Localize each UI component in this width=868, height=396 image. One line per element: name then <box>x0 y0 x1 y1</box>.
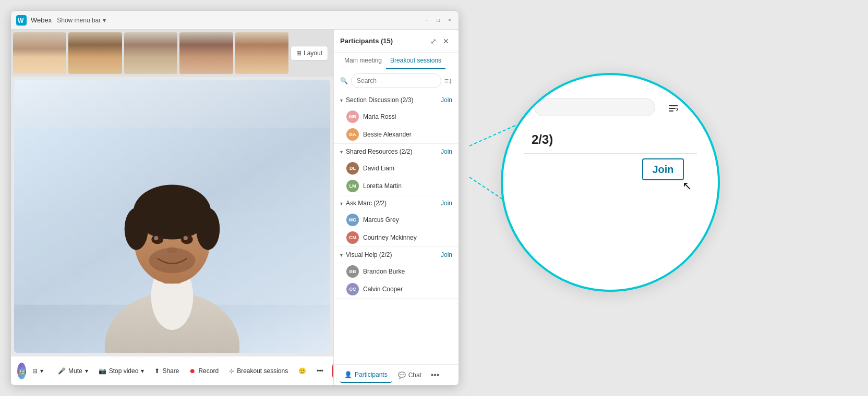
participants-panel: Participants (15) ⤢ ✕ Main meeting Break… <box>333 30 459 385</box>
participants-icon: 👤 <box>344 371 352 378</box>
zoom-separator <box>524 153 697 154</box>
thumbnail-1[interactable] <box>13 32 66 74</box>
panel-close-button[interactable]: ✕ <box>440 35 452 47</box>
breakout-sessions-button[interactable]: ⊹ Breakout sessions <box>225 362 292 380</box>
record-icon: ⏺ <box>189 367 196 375</box>
group-header-ask-marc[interactable]: ▾ Ask Marc (2/2) Join <box>334 195 459 211</box>
participant-name: Bessie Alexander <box>363 131 412 138</box>
video-layout-button[interactable]: ⊟ ▾ <box>28 362 47 380</box>
close-button[interactable]: × <box>446 17 453 24</box>
list-item: BA Bessie Alexander <box>334 126 459 143</box>
breakout-label: Breakout sessions <box>237 367 288 375</box>
panel-tabs: Main meeting Breakout sessions <box>334 53 459 69</box>
participants-bottom-label: Participants <box>355 371 388 378</box>
layout-label: Layout <box>304 49 322 57</box>
record-button[interactable]: ⏺ Record <box>185 362 223 380</box>
thumbnail-strip: ⊞ Layout <box>11 30 333 77</box>
avatar: DL <box>346 162 359 175</box>
thumbnail-4[interactable] <box>179 32 233 74</box>
more-icon: ••• <box>317 367 323 375</box>
chevron-icon: ▾ <box>340 201 343 206</box>
breakout-group-ask-marc: ▾ Ask Marc (2/2) Join MG Marcus Grey CM … <box>334 195 459 247</box>
avatar: BB <box>346 265 359 278</box>
breakout-group-visual-help: ▾ Visual Help (2/2) Join BB Brandon Burk… <box>334 247 459 299</box>
chevron-icon: ▾ <box>340 252 343 258</box>
search-input[interactable] <box>351 73 441 88</box>
chevron-icon: ▾ <box>340 97 343 103</box>
avatar: BA <box>346 128 359 141</box>
ai-assistant-icon[interactable]: 🤖 <box>17 363 26 379</box>
list-item: MG Marcus Grey <box>334 211 459 229</box>
group-header-shared-resources[interactable]: ▾ Shared Resources (2/2) Join <box>334 144 459 159</box>
group-name-visual-help: Visual Help (2/2) <box>346 251 441 258</box>
content-area: ⊞ Layout <box>11 30 459 385</box>
participants-bottom-btn[interactable]: 👤 Participants <box>340 367 392 383</box>
list-item: CM Courtney Mckinney <box>334 229 459 246</box>
video-layout-icon: ⊟ <box>32 367 38 375</box>
thumbnail-3[interactable] <box>124 32 177 74</box>
zoom-sort-icon <box>668 104 679 117</box>
chat-icon: 💬 <box>398 372 406 379</box>
bottom-bar: 👤 Participants 💬 Chat ••• <box>334 364 459 385</box>
participant-name: David Liam <box>363 165 394 172</box>
join-button-visual-help[interactable]: Join <box>441 251 452 258</box>
menu-bar-toggle[interactable]: Show menu bar ▾ <box>57 17 106 24</box>
video-arrow-icon: ▾ <box>141 367 144 375</box>
bottom-more-button[interactable]: ••• <box>428 368 442 382</box>
stop-video-button[interactable]: 📷 Stop video ▾ <box>94 362 149 380</box>
join-button-section-discussion[interactable]: Join <box>441 96 452 104</box>
thumbnail-2[interactable] <box>68 32 122 74</box>
breakout-icon: ⊹ <box>229 367 234 375</box>
toolbar: 🤖 ⊟ ▾ 🎤 Mute ▾ 📷 Stop video ▾ ⬆ <box>11 356 333 385</box>
layout-icon: ⊞ <box>296 49 302 57</box>
tab-breakout-sessions[interactable]: Breakout sessions <box>386 53 445 69</box>
mic-icon: 🎤 <box>58 367 66 375</box>
layout-button[interactable]: ⊞ Layout <box>291 46 328 60</box>
main-video-feed <box>14 80 330 353</box>
chevron-down-icon: ▾ <box>103 17 106 24</box>
svg-point-14 <box>184 236 188 240</box>
minimize-button[interactable]: − <box>423 17 430 24</box>
arrow-icon: ▾ <box>40 367 43 375</box>
avatar: CC <box>346 283 359 295</box>
app-name-label: Webex <box>31 16 52 24</box>
breakout-group-section-discussion: ▾ Section Discussion (2/3) Join MR Maria… <box>334 92 459 144</box>
panel-content: ▾ Section Discussion (2/3) Join MR Maria… <box>334 92 459 364</box>
mute-button[interactable]: 🎤 Mute ▾ <box>54 362 92 380</box>
cursor-arrow-icon: ↖ <box>682 179 692 193</box>
emoji-button[interactable]: 🙂 <box>294 362 310 380</box>
participant-name: Courtney Mckinney <box>363 234 417 241</box>
more-button[interactable]: ••• <box>312 362 328 380</box>
zoom-search-bar <box>534 98 655 116</box>
panel-popout-button[interactable]: ⤢ <box>427 35 440 47</box>
tab-main-meeting[interactable]: Main meeting <box>340 53 386 69</box>
chat-bottom-btn[interactable]: 💬 Chat <box>394 367 426 383</box>
join-button-shared-resources[interactable]: Join <box>441 148 452 155</box>
stop-video-label: Stop video <box>109 367 139 375</box>
mute-arrow-icon: ▾ <box>85 367 88 375</box>
join-button-ask-marc[interactable]: Join <box>441 200 452 207</box>
zoom-overlay-container: 2/3) Join ↖ <box>469 73 720 323</box>
zoom-group-text: 2/3) <box>532 132 553 147</box>
zoom-circle: 2/3) Join ↖ <box>501 73 720 292</box>
share-button[interactable]: ⬆ Share <box>150 362 183 380</box>
panel-search-bar: 🔍 ≡↕ <box>334 69 459 92</box>
record-label: Record <box>198 367 219 375</box>
window-controls: − □ × <box>423 17 453 24</box>
list-item: BB Brandon Burke <box>334 263 459 280</box>
webex-logo: W <box>16 15 27 26</box>
emoji-icon: 🙂 <box>298 367 306 375</box>
zoom-join-button[interactable]: Join <box>642 158 684 180</box>
maximize-button[interactable]: □ <box>435 17 442 24</box>
list-item: CC Calvin Cooper <box>334 280 459 298</box>
group-header-section-discussion[interactable]: ▾ Section Discussion (2/3) Join <box>334 92 459 108</box>
svg-text:W: W <box>18 17 24 24</box>
thumbnail-5[interactable] <box>235 32 288 74</box>
group-header-visual-help[interactable]: ▾ Visual Help (2/2) Join <box>334 247 459 263</box>
list-item: DL David Liam <box>334 159 459 177</box>
panel-title: Participants (15) <box>340 37 427 45</box>
list-item: MR Maria Rossi <box>334 108 459 126</box>
sort-icon[interactable]: ≡↕ <box>444 77 452 85</box>
participant-name: Maria Rossi <box>363 113 396 120</box>
participant-name: Brandon Burke <box>363 268 405 275</box>
